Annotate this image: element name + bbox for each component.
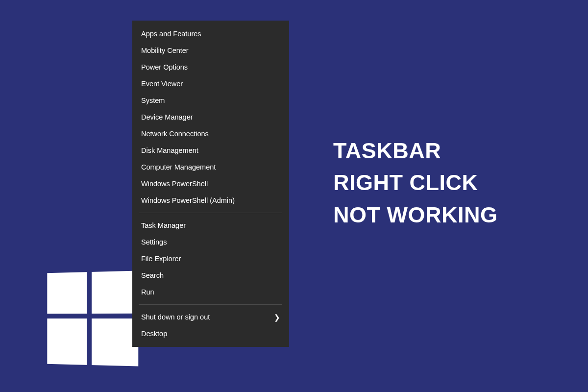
- menu-item-power-options[interactable]: Power Options: [132, 59, 289, 75]
- menu-separator: [139, 213, 282, 213]
- chevron-right-icon: ❯: [274, 314, 280, 321]
- windows-logo-icon: [47, 271, 138, 367]
- menu-item-computer-management[interactable]: Computer Management: [132, 159, 289, 175]
- menu-item-settings[interactable]: Settings: [132, 234, 289, 250]
- menu-item-powershell[interactable]: Windows PowerShell: [132, 175, 289, 192]
- menu-item-apps-features[interactable]: Apps and Features: [132, 25, 289, 42]
- menu-item-label: Event Viewer: [141, 80, 183, 88]
- menu-item-desktop[interactable]: Desktop: [132, 325, 289, 342]
- menu-item-label: Search: [141, 271, 164, 279]
- menu-item-disk-management[interactable]: Disk Management: [132, 142, 289, 159]
- menu-item-label: Shut down or sign out: [141, 313, 210, 321]
- menu-item-mobility-center[interactable]: Mobility Center: [132, 42, 289, 59]
- menu-group-1: Apps and Features Mobility Center Power …: [132, 24, 289, 211]
- menu-item-event-viewer[interactable]: Event Viewer: [132, 75, 289, 92]
- menu-item-label: System: [141, 97, 165, 104]
- menu-item-label: Desktop: [141, 330, 167, 338]
- headline-line: NOT WORKING: [333, 199, 497, 231]
- menu-item-label: Power Options: [141, 63, 188, 71]
- menu-group-3: Shut down or sign out ❯ Desktop: [132, 307, 289, 344]
- menu-item-label: Run: [141, 288, 154, 296]
- menu-item-run[interactable]: Run: [132, 284, 289, 300]
- menu-item-label: Settings: [141, 238, 167, 246]
- menu-item-search[interactable]: Search: [132, 267, 289, 284]
- headline-text: TASKBAR RIGHT CLICK NOT WORKING: [333, 135, 497, 231]
- menu-separator: [139, 304, 282, 305]
- menu-item-file-explorer[interactable]: File Explorer: [132, 250, 289, 267]
- menu-item-powershell-admin[interactable]: Windows PowerShell (Admin): [132, 192, 289, 209]
- menu-item-task-manager[interactable]: Task Manager: [132, 217, 289, 234]
- headline-line: RIGHT CLICK: [333, 167, 497, 198]
- menu-item-label: Device Manager: [141, 113, 193, 121]
- menu-item-label: Windows PowerShell (Admin): [141, 196, 235, 204]
- headline-line: TASKBAR: [333, 135, 497, 167]
- menu-item-label: Disk Management: [141, 147, 198, 154]
- menu-item-label: Network Connections: [141, 130, 209, 138]
- winx-context-menu: Apps and Features Mobility Center Power …: [132, 21, 289, 347]
- menu-item-network-connections[interactable]: Network Connections: [132, 125, 289, 142]
- menu-item-system[interactable]: System: [132, 92, 289, 109]
- menu-item-label: Windows PowerShell: [141, 180, 208, 188]
- menu-item-shutdown[interactable]: Shut down or sign out ❯: [132, 309, 289, 325]
- menu-group-2: Task Manager Settings File Explorer Sear…: [132, 215, 289, 302]
- menu-item-label: Apps and Features: [141, 30, 201, 38]
- menu-item-label: Task Manager: [141, 221, 186, 229]
- menu-item-label: Mobility Center: [141, 47, 189, 54]
- menu-item-device-manager[interactable]: Device Manager: [132, 109, 289, 125]
- menu-item-label: File Explorer: [141, 255, 181, 263]
- menu-item-label: Computer Management: [141, 163, 216, 171]
